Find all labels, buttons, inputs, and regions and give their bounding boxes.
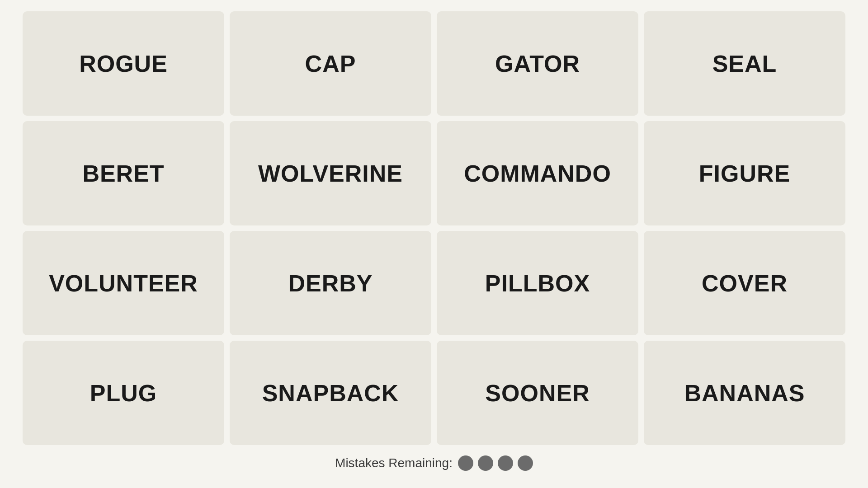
card-label-seal: SEAL bbox=[712, 50, 777, 77]
card-snapback[interactable]: SNAPBACK bbox=[230, 341, 431, 445]
card-sooner[interactable]: SOONER bbox=[437, 341, 638, 445]
mistake-dot-2 bbox=[478, 455, 493, 471]
card-label-cap: CAP bbox=[305, 50, 356, 77]
card-cap[interactable]: CAP bbox=[230, 11, 431, 116]
card-volunteer[interactable]: VOLUNTEER bbox=[23, 231, 224, 335]
card-label-beret: BERET bbox=[82, 160, 164, 187]
card-plug[interactable]: PLUG bbox=[23, 341, 224, 445]
card-derby[interactable]: DERBY bbox=[230, 231, 431, 335]
card-label-gator: GATOR bbox=[495, 50, 580, 77]
card-label-snapback: SNAPBACK bbox=[262, 380, 399, 407]
card-gator[interactable]: GATOR bbox=[437, 11, 638, 116]
word-grid: ROGUECAPGATORSEALBERETWOLVERINECOMMANDOF… bbox=[14, 11, 854, 445]
mistake-dot-3 bbox=[498, 455, 513, 471]
card-beret[interactable]: BERET bbox=[23, 121, 224, 225]
footer: Mistakes Remaining: bbox=[335, 450, 533, 477]
card-label-plug: PLUG bbox=[90, 380, 157, 407]
card-figure[interactable]: FIGURE bbox=[644, 121, 845, 225]
mistakes-label: Mistakes Remaining: bbox=[335, 456, 453, 470]
card-label-sooner: SOONER bbox=[485, 380, 590, 407]
card-label-derby: DERBY bbox=[288, 270, 373, 297]
card-rogue[interactable]: ROGUE bbox=[23, 11, 224, 116]
card-label-bananas: BANANAS bbox=[684, 380, 805, 407]
card-wolverine[interactable]: WOLVERINE bbox=[230, 121, 431, 225]
card-pillbox[interactable]: PILLBOX bbox=[437, 231, 638, 335]
card-label-cover: COVER bbox=[702, 270, 788, 297]
mistake-dot-1 bbox=[458, 455, 473, 471]
card-label-commando: COMMANDO bbox=[464, 160, 611, 187]
card-label-rogue: ROGUE bbox=[79, 50, 168, 77]
card-cover[interactable]: COVER bbox=[644, 231, 845, 335]
card-label-pillbox: PILLBOX bbox=[485, 270, 590, 297]
card-bananas[interactable]: BANANAS bbox=[644, 341, 845, 445]
card-label-figure: FIGURE bbox=[699, 160, 790, 187]
mistake-dot-4 bbox=[518, 455, 533, 471]
card-label-volunteer: VOLUNTEER bbox=[49, 270, 198, 297]
bottom-section: Mistakes Remaining: bbox=[0, 445, 868, 477]
card-label-wolverine: WOLVERINE bbox=[258, 160, 403, 187]
card-commando[interactable]: COMMANDO bbox=[437, 121, 638, 225]
mistake-dots bbox=[458, 455, 533, 471]
card-seal[interactable]: SEAL bbox=[644, 11, 845, 116]
